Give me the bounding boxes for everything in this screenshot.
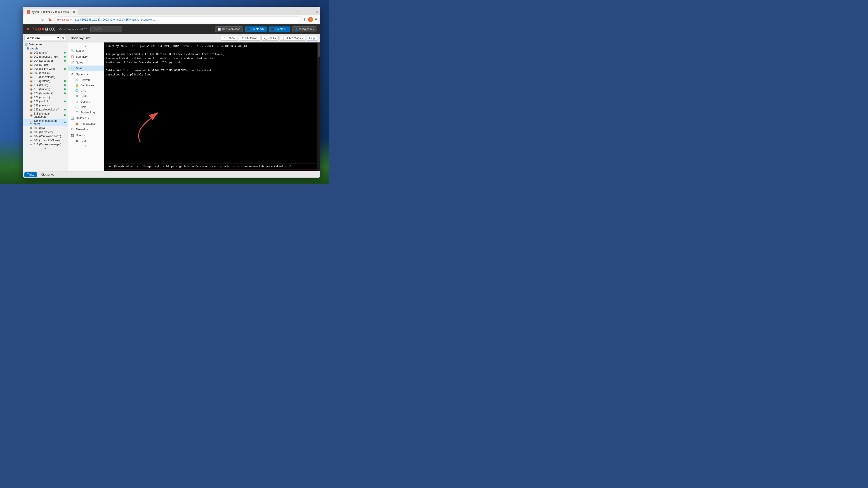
vm-105[interactable]: 📦 105 (CT105)	[23, 63, 68, 67]
certs-nav-icon: 🔒	[75, 84, 79, 87]
vm-115[interactable]: 📦 115 (tandoor)	[23, 87, 68, 91]
status-dot-running	[64, 114, 66, 116]
server-view-select[interactable]: Server View	[24, 35, 60, 40]
firewall-expand-icon: ▸	[87, 128, 88, 131]
tree-scroll-down[interactable]: ▼	[23, 147, 68, 151]
vm-111[interactable]: 🖥 111 (Docker-manager)	[23, 142, 68, 147]
nav-scroll-down[interactable]: ▼	[68, 144, 104, 148]
nav-shell[interactable]: >_ Shell	[68, 66, 104, 71]
user-menu-button[interactable]: 👤 root@pam ▾	[292, 26, 316, 32]
brave-shield-icon[interactable]: B	[308, 17, 313, 22]
nav-lvm[interactable]: ■ LVM	[68, 138, 104, 144]
nav-scroll-up[interactable]: ▲	[68, 43, 104, 48]
vm-102[interactable]: 📦 102 (paperless-ngx)	[23, 55, 68, 59]
ct-icon: 📦	[30, 80, 33, 83]
vm-124[interactable]: 📦 124 (bookstack)	[23, 91, 68, 95]
nav-network[interactable]: 🔗 Network	[68, 77, 104, 83]
ct-icon: 📦	[30, 114, 33, 117]
bulk-dropdown-icon: ▾	[302, 37, 303, 40]
vm-101[interactable]: 📦 101 (dashy)	[23, 51, 68, 55]
documentation-button[interactable]: 📄 Documentation	[215, 26, 243, 32]
tab-bar: ✕ ayush - Proxmox Virtual Enviro... ✕ + …	[23, 7, 320, 15]
nav-system-section[interactable]: ⚙ System ▾	[68, 71, 104, 77]
sidebar-settings-button[interactable]: ⚙	[61, 35, 66, 40]
close-button[interactable]: ✕	[315, 10, 318, 13]
proxmox-search-input[interactable]	[90, 26, 122, 32]
shutdown-button[interactable]: ⏻ Shutdown	[239, 36, 260, 41]
shell-dropdown-icon: ▾	[275, 37, 276, 40]
maximize-button[interactable]: □	[310, 10, 312, 13]
share-icon[interactable]: ⬆	[303, 18, 306, 22]
browser-tab-active[interactable]: ✕ ayush - Proxmox Virtual Enviro... ✕	[24, 9, 78, 15]
url-bar[interactable]: Not secure https://192.168.29.227:8006/#…	[54, 17, 302, 23]
vm-131[interactable]: 📦 131 (casaos)	[23, 103, 68, 107]
tab-close-button[interactable]: ✕	[72, 10, 75, 13]
vm-128[interactable]: 📦 128 (cockpit)	[23, 99, 68, 103]
terminal-area[interactable]: Linux ayush 6.8.12-2-pve #1 SMP PREEMPT_…	[104, 42, 320, 171]
forward-button[interactable]: ›	[33, 17, 38, 22]
vm-133[interactable]: 📦 133 (heimdall-dashboard)	[23, 111, 68, 119]
cluster-log-tab[interactable]: Cluster log	[39, 172, 57, 177]
nav-hosts[interactable]: 🖥 Hosts	[68, 94, 104, 99]
node-ayush-item[interactable]: 🖥 ayush	[23, 46, 68, 51]
nav-summary[interactable]: 📋 Summary	[68, 54, 104, 60]
ct-icon: 📦	[30, 68, 33, 70]
back-button[interactable]: ‹	[25, 17, 31, 22]
proxmox-header: ✕ PROXMOX Virtual Environment 8.2.7 📄 Do…	[23, 24, 320, 34]
nav-repositories[interactable]: 📦 Repositories	[68, 121, 104, 127]
terminal-scrollbar-thumb[interactable]	[318, 43, 320, 57]
nav-dns[interactable]: 🌐 DNS	[68, 88, 104, 94]
minimize-button[interactable]: —	[303, 10, 307, 13]
tasks-tab[interactable]: Tasks	[24, 172, 37, 177]
menu-button[interactable]: ≡	[315, 17, 317, 22]
nav-syslog[interactable]: 📋 System Log	[68, 110, 104, 115]
vm-109[interactable]: 📦 109 (ansible)	[23, 71, 68, 75]
nav-firewall-section[interactable]: 🛡 Firewall ▸	[68, 127, 104, 132]
bulk-actions-button[interactable]: ⋮ Bulk Actions ▾	[280, 36, 305, 41]
ct-icon: 📦	[30, 64, 33, 66]
vm-100[interactable]: 🖥 100 (HA)	[23, 126, 68, 130]
nav-certificates[interactable]: 🔒 Certificates	[68, 83, 104, 88]
vm-106[interactable]: 📦 106 (calibre-web)	[23, 67, 68, 71]
vm-113[interactable]: 📦 113 (grafana)	[23, 79, 68, 83]
vm-108[interactable]: 🖥 108 (TrueNAS-Scale)	[23, 138, 68, 142]
reboot-button[interactable]: ↺ Reboot	[221, 36, 238, 41]
vm-114[interactable]: 📦 114 (trilium)	[23, 83, 68, 87]
reboot-icon: ↺	[223, 37, 225, 40]
nav-options[interactable]: ⚙ Options	[68, 99, 104, 104]
lvm-nav-icon: ■	[75, 139, 79, 142]
reload-button[interactable]: ↻	[40, 17, 45, 22]
node-navigation: ▲ 🔍 Search 📋 Summary 📝 Notes	[68, 42, 104, 171]
vm-132[interactable]: 📦 132 (audiobookshelf)	[23, 107, 68, 111]
ct-icon: 📦	[30, 84, 33, 87]
browser-window: ✕ ayush - Proxmox Virtual Enviro... ✕ + …	[23, 7, 320, 177]
vm-136[interactable]: 🏠 136 (homeassistant-core)	[23, 119, 68, 126]
status-dot-running	[64, 88, 66, 90]
vm-110[interactable]: 📦 110 (zoneminder)	[23, 75, 68, 79]
shell-header-button[interactable]: >_ Shell ▾	[261, 36, 278, 41]
nav-search[interactable]: 🔍 Search	[68, 48, 104, 54]
vm-104[interactable]: 📦 104 (wireguard)	[23, 59, 68, 63]
nav-disks-section[interactable]: 💾 Disks ▾	[68, 132, 104, 138]
shell-header-icon: >_	[264, 37, 267, 40]
create-ct-button[interactable]: ⬛ Create CT	[269, 26, 290, 32]
nav-time[interactable]: 🕐 Time	[68, 104, 104, 110]
proxmox-content: Node 'ayush' ↺ Reboot ⏻ Shutdown >_ Shel	[68, 34, 320, 171]
nav-updates-section[interactable]: 🔄 Updates ▾	[68, 115, 104, 121]
insecure-dot	[57, 19, 59, 21]
vm-103[interactable]: 🖥 103 (Harvester)	[23, 130, 68, 134]
new-tab-button[interactable]: +	[79, 9, 85, 15]
datacenter-item[interactable]: 🏢 Datacenter	[23, 42, 68, 46]
nav-notes[interactable]: 📝 Notes	[68, 60, 104, 66]
header-actions: 📄 Documentation ⬛ Create VM ⬛ Create CT …	[215, 26, 316, 32]
system-nav-icon: ⚙	[70, 73, 74, 76]
terminal-scrollbar[interactable]	[317, 42, 320, 171]
help-button[interactable]: Help	[307, 36, 317, 41]
vm-107[interactable]: 🖥 107 (Windows-11-Pro)	[23, 134, 68, 138]
terminal-input-line[interactable]: root@ayush:~# bash -c "$(wget -qLO - htt…	[106, 164, 318, 169]
vm-127[interactable]: 📦 127 (nocodb)	[23, 95, 68, 99]
updates-nav-icon: 🔄	[70, 117, 74, 120]
syslog-nav-icon: 📋	[75, 111, 79, 114]
bookmark-button[interactable]: 🔖	[47, 17, 53, 22]
create-vm-button[interactable]: ⬛ Create VM	[245, 26, 267, 32]
